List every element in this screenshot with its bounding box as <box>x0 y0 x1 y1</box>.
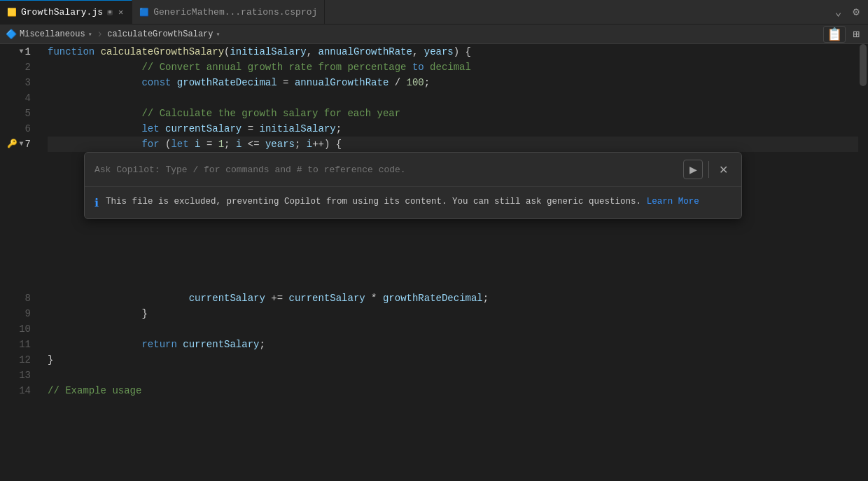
line-number-gutter: ▼ 1 2 3 4 5 6 🔑 ▼ 7 8 9 10 11 12 13 14 <box>0 44 36 481</box>
line-14: 14 <box>0 383 31 398</box>
line-6: 6 <box>0 121 31 137</box>
code-line-13 <box>48 368 868 383</box>
tab-growthsalary[interactable]: 🟨 GrowthSalary.js ● ✕ <box>0 0 132 25</box>
breakpoint-icon-7: 🔑 <box>7 137 18 152</box>
line-1: ▼ 1 <box>0 44 31 60</box>
line-8: 8 <box>0 291 31 306</box>
code-line-5: // Calculate the growth salary for each … <box>48 106 868 121</box>
code-line-2: // Convert annual growth rate from perce… <box>48 60 868 75</box>
js-file-icon: 🟨 <box>7 8 17 17</box>
code-line-3: const growthRateDecimal = annualGrowthRa… <box>48 75 868 90</box>
copilot-separator <box>708 161 709 178</box>
split-icon[interactable]: ⊞ <box>850 26 862 43</box>
code-line-6: let currentSalary = initialSalary; <box>48 121 868 137</box>
function-label: calculateGrowthSalary <box>107 29 213 39</box>
line-7: 🔑 ▼ 7 <box>0 137 31 152</box>
code-line-7: for (let i = 1; i <= years; i++) { <box>48 137 868 152</box>
scrollbar[interactable] <box>858 44 868 481</box>
fold-arrow-1[interactable]: ▼ <box>20 44 24 60</box>
breadcrumb-sep-1: › <box>97 28 104 41</box>
code-line-4 <box>48 90 868 106</box>
toolbar: 🔷 Miscellaneous ▾ › calculateGrowthSalar… <box>0 25 868 44</box>
proj-file-icon: 🟦 <box>139 8 149 17</box>
scope-chevron: ▾ <box>88 30 92 39</box>
line-13: 13 <box>0 368 31 383</box>
scope-label: Miscellaneous <box>20 29 85 39</box>
code-line-11: return currentSalary; <box>48 337 868 352</box>
function-chevron: ▾ <box>216 30 220 39</box>
copilot-info-row: ℹ This file is excluded, preventing Copi… <box>85 187 741 218</box>
code-content[interactable]: function calculateGrowthSalary(initialSa… <box>36 44 868 481</box>
code-line-10 <box>48 321 868 337</box>
info-icon: ℹ <box>94 196 99 210</box>
line-9: 9 <box>0 306 31 321</box>
editor-area: ▼ 1 2 3 4 5 6 🔑 ▼ 7 8 9 10 11 12 13 14 f… <box>0 44 868 481</box>
tab-growthsalary-label: GrowthSalary.js <box>21 7 103 18</box>
code-line-1: function calculateGrowthSalary(initialSa… <box>48 44 868 60</box>
copilot-close-button[interactable]: ✕ <box>715 161 732 178</box>
line-2: 2 <box>0 60 31 75</box>
scrollbar-thumb[interactable] <box>860 44 867 86</box>
fold-arrow-7[interactable]: ▼ <box>20 137 24 152</box>
line-5: 5 <box>0 106 31 121</box>
tab-bar-right: ⌄ ⚙ <box>832 2 868 22</box>
copilot-input-row: ▶ ✕ <box>85 153 741 187</box>
tab-modified-dot: ● <box>107 10 113 15</box>
copilot-send-button[interactable]: ▶ <box>683 160 703 179</box>
copilot-learn-more-link[interactable]: Learn More <box>647 197 699 207</box>
code-line-12: } <box>48 352 868 368</box>
line-12: 12 <box>0 352 31 368</box>
copilot-input[interactable] <box>94 165 678 175</box>
copilot-gutter-gap <box>0 152 31 291</box>
nav-icon[interactable]: 📋 <box>823 26 846 43</box>
copilot-info-text: This file is excluded, preventing Copilo… <box>106 195 699 209</box>
line-11: 11 <box>0 337 31 352</box>
code-lines: function calculateGrowthSalary(initialSa… <box>36 44 868 398</box>
tab-settings-btn[interactable]: ⚙ <box>850 2 862 22</box>
toolbar-right: 📋 ⊞ <box>823 26 862 43</box>
code-line-8: currentSalary += currentSalary * growthR… <box>48 291 868 306</box>
close-icon: ✕ <box>719 163 728 176</box>
line-10: 10 <box>0 321 31 337</box>
tab-growthsalary-close[interactable]: ✕ <box>117 6 125 19</box>
tab-genericmath-label: GenericMathem...rations.csproj <box>153 7 317 18</box>
scope-icon: 🔷 <box>6 29 17 40</box>
scope-dropdown[interactable]: 🔷 Miscellaneous ▾ <box>6 29 92 40</box>
line-3: 3 <box>0 75 31 90</box>
tab-bar: 🟨 GrowthSalary.js ● ✕ 🟦 GenericMathem...… <box>0 0 868 25</box>
function-dropdown[interactable]: calculateGrowthSalary ▾ <box>107 29 220 39</box>
line-4: 4 <box>0 90 31 106</box>
send-icon: ▶ <box>690 164 697 175</box>
copilot-panel: ▶ ✕ ℹ This file is excluded, preventing … <box>84 152 742 219</box>
code-line-14: // Example usage <box>48 383 868 398</box>
tab-genericmath[interactable]: 🟦 GenericMathem...rations.csproj <box>132 0 325 25</box>
tab-overflow-btn[interactable]: ⌄ <box>832 2 845 22</box>
